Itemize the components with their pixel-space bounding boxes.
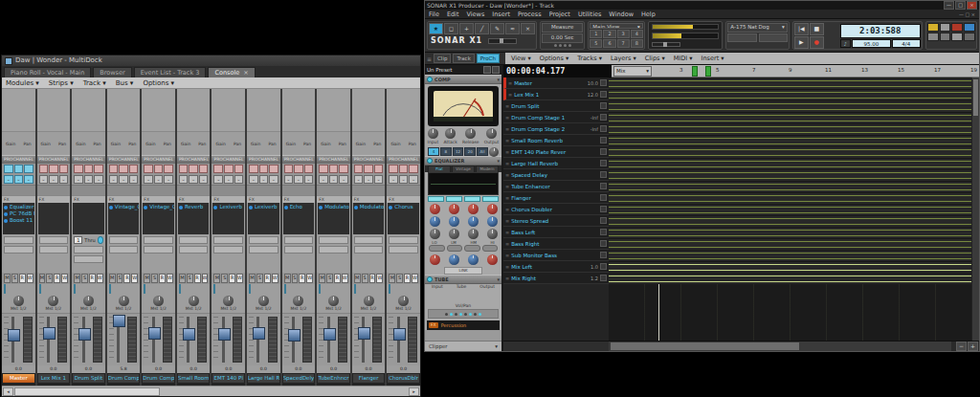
drag-handle-icon[interactable]: ≡ (505, 230, 509, 235)
close-icon[interactable]: × (243, 69, 248, 77)
console-tab-console[interactable]: Console× (208, 67, 255, 77)
pan-knob[interactable] (364, 296, 374, 306)
vertical-scrollbar[interactable] (971, 77, 979, 341)
pan-knob[interactable] (153, 296, 164, 306)
s-button[interactable]: S (221, 274, 228, 283)
bus-lane[interactable] (609, 112, 971, 123)
r-button[interactable]: R (229, 274, 235, 283)
w-button[interactable]: W (131, 274, 138, 283)
fx-bin[interactable]: Lexiverb (248, 203, 279, 234)
edit-tool[interactable]: ╱ (475, 23, 489, 34)
pan-knob[interactable] (293, 296, 303, 306)
bus-name[interactable]: Flanger (511, 195, 598, 201)
fx-bin[interactable]: Modulator (318, 203, 349, 234)
tempo-display[interactable]: 95.00 (852, 39, 891, 48)
bus-expand-icon[interactable] (600, 114, 607, 121)
loop-end-marker[interactable] (705, 66, 711, 77)
scroll-right-icon[interactable]: ▸ (409, 387, 419, 396)
volume-envelope[interactable] (609, 138, 971, 144)
dock-menu-icon[interactable]: ≡ (427, 55, 432, 62)
screenset-button-6[interactable]: 6 (603, 39, 615, 48)
strip-name-tab[interactable]: Drum Split (72, 373, 105, 386)
strip-name-tab[interactable]: TubeEnhncr (317, 373, 350, 386)
console-menu-modules[interactable]: Modules ▾ (6, 79, 39, 87)
w-button[interactable]: W (236, 274, 243, 283)
console-hscrollbar[interactable]: ◂ ▸ (2, 386, 420, 396)
strip-mini-button[interactable] (304, 165, 314, 173)
horizontal-scrollbar[interactable] (609, 342, 951, 351)
bus-expand-icon[interactable] (600, 275, 607, 281)
strip-mini-button[interactable] (59, 165, 69, 173)
s-button[interactable]: S (292, 274, 299, 283)
console-tab-browser[interactable]: Browser (93, 67, 131, 77)
fx-plugin-item[interactable]: Equalizer (4, 204, 34, 210)
strip-mini-button[interactable] (374, 165, 384, 173)
ratio-button-12[interactable]: 12 (453, 147, 464, 156)
trackview-menu-options[interactable]: Options ▾ (540, 55, 568, 62)
strip-mini-button[interactable] (329, 165, 339, 173)
fx-bin[interactable]: Echo (283, 203, 315, 234)
fx-bin[interactable] (38, 203, 70, 234)
strip-name-tab[interactable]: Flanger (352, 373, 386, 386)
volume-fader[interactable] (323, 328, 336, 341)
prochannel-bar[interactable]: PROCHANNEL (247, 155, 280, 164)
fx-bin[interactable]: Chorus (388, 203, 419, 234)
r-button[interactable]: R (334, 274, 341, 283)
strip-mini-button[interactable] (234, 165, 244, 173)
bus-lane[interactable] (609, 89, 971, 100)
hp-cut-knob[interactable] (430, 254, 440, 265)
pan-knob[interactable] (223, 296, 234, 306)
screenset-button-8[interactable]: 8 (631, 39, 643, 48)
bus-name[interactable]: Large Hall Reverb (511, 161, 598, 166)
drag-handle-icon[interactable]: ≡ (505, 161, 509, 166)
w-button[interactable]: W (97, 274, 103, 283)
prochannel-bar[interactable]: PROCHANNEL (282, 155, 316, 164)
drag-handle-icon[interactable]: ≡ (508, 92, 512, 98)
volume-envelope[interactable] (609, 276, 971, 282)
volume-envelope[interactable] (609, 230, 971, 236)
collapse-icon[interactable]: ▾ (497, 77, 500, 82)
volume-envelope[interactable] (609, 195, 971, 202)
view-mode-dropdown[interactable]: Mix▾ (613, 66, 652, 77)
volume-fader[interactable] (148, 327, 161, 340)
bus-row[interactable]: ≡Drum Comp Stage 2-Inf (503, 123, 609, 135)
comp-power-led[interactable] (427, 77, 433, 82)
strip-mini-button[interactable] (199, 165, 209, 173)
pan-knob[interactable] (83, 296, 94, 306)
r-button[interactable]: R (19, 274, 26, 283)
bus-lane[interactable] (609, 192, 971, 204)
bus-name[interactable]: Small Room Reverb (511, 138, 598, 143)
send-slot-collapsed[interactable] (74, 246, 103, 254)
mix-knob[interactable] (489, 147, 499, 157)
prochannel-bar[interactable]: PROCHANNEL (177, 155, 211, 164)
bus-expand-icon[interactable] (600, 160, 607, 166)
bus-lane[interactable] (609, 261, 971, 273)
bus-row[interactable]: ≡Large Hall Reverb (503, 158, 609, 169)
fx-bin[interactable] (73, 203, 104, 234)
meter-display[interactable]: 4/4 (892, 39, 921, 48)
strip-name-tab[interactable]: Drum Comp 1 (107, 373, 141, 386)
pan-knob[interactable] (13, 296, 24, 306)
menu-file[interactable]: File (429, 11, 439, 18)
m-button[interactable]: M (39, 274, 46, 283)
input-knob[interactable] (428, 128, 438, 139)
hi-shelf-knob[interactable] (468, 254, 479, 265)
strip-name[interactable]: Lex Mix 1 (38, 374, 70, 383)
eq-band-enable-toggle[interactable] (429, 245, 445, 252)
interleave-icon[interactable]: ⌄ (119, 175, 128, 184)
fx-bin-header[interactable]: FX (317, 195, 350, 203)
volpan-led-slider[interactable] (428, 309, 499, 319)
interleave-icon[interactable]: ⌄ (59, 175, 69, 184)
volume-envelope[interactable] (609, 126, 971, 133)
bus-name[interactable]: Sub Monitor Bass (511, 253, 598, 258)
s-button[interactable]: S (81, 274, 88, 283)
fx-bin-header[interactable]: FX (212, 195, 245, 203)
send-slot-collapsed[interactable] (319, 246, 348, 254)
fx-plugin-item[interactable]: Modulator (319, 204, 349, 210)
strip-name[interactable]: SpacedDely (283, 374, 315, 383)
bus-name[interactable]: Drum Split (511, 103, 598, 109)
interleave-icon[interactable]: ⌄ (339, 175, 348, 184)
output-knob[interactable] (486, 128, 497, 139)
strip-name[interactable]: Master (3, 374, 34, 383)
interleave-icon[interactable]: ⌄ (374, 175, 384, 184)
